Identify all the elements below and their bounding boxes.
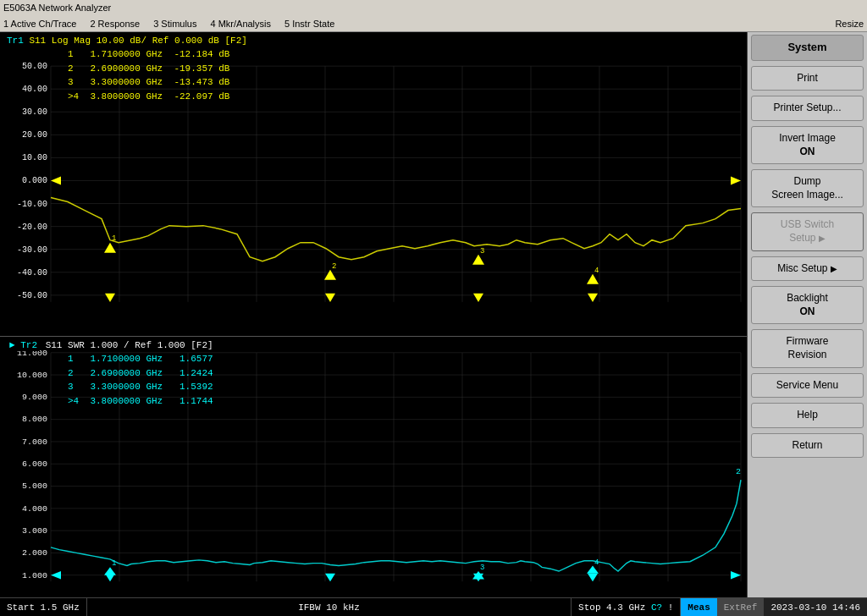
svg-text:7.000: 7.000 [22, 437, 47, 447]
btn-service-menu[interactable]: Service Menu [751, 373, 864, 399]
menu-stimulus[interactable]: 3 Stimulus [153, 19, 196, 29]
btn-misc-setup[interactable]: Misc Setup ▶ [751, 256, 864, 282]
chart-area: 50.00 40.00 30.00 20.00 10.00 0.000 -10.… [0, 32, 748, 597]
status-cq: C? [651, 602, 662, 613]
svg-text:3: 3 [480, 564, 484, 572]
btn-print[interactable]: Print [751, 66, 864, 91]
status-meas[interactable]: Meas [681, 598, 716, 616]
status-ifbw: IFBW 10 kHz [87, 598, 572, 616]
btn-printer-setup[interactable]: Printer Setup... [751, 96, 864, 121]
svg-text:2: 2 [332, 261, 336, 271]
menu-active-ch-trace[interactable]: 1 Active Ch/Trace [3, 19, 76, 29]
btn-firmware-revision[interactable]: FirmwareRevision [751, 329, 864, 367]
status-start: Start 1.5 GHz [0, 598, 87, 616]
chart-top: 50.00 40.00 30.00 20.00 10.00 0.000 -10.… [0, 32, 747, 337]
status-exclaim: ! [668, 602, 674, 613]
svg-text:50.00: 50.00 [22, 62, 47, 71]
svg-text:10.000: 10.000 [17, 371, 47, 380]
statusbar: Start 1.5 GHz IFBW 10 kHz Stop 4.3 GHz C… [0, 597, 867, 616]
svg-text:-20.00: -20.00 [17, 223, 47, 232]
menu-response[interactable]: 2 Response [90, 19, 140, 29]
svg-text:3: 3 [480, 246, 484, 256]
btn-dump-screen[interactable]: DumpScreen Image... [751, 169, 864, 207]
svg-text:4.000: 4.000 [22, 504, 47, 514]
svg-text:4: 4 [594, 558, 599, 567]
svg-text:40.00: 40.00 [22, 85, 47, 94]
btn-return[interactable]: Return [751, 433, 864, 459]
btn-usb-switch[interactable]: USB SwitchSetup ▶ [751, 212, 864, 250]
sidebar: System Print Printer Setup... Invert Ima… [748, 32, 867, 597]
svg-text:20.00: 20.00 [22, 130, 47, 140]
svg-text:-50.00: -50.00 [17, 291, 47, 300]
svg-text:2: 2 [736, 467, 741, 476]
chart-top-header: Tr1 S11 Log Mag 10.00 dB/ Ref 0.000 dB [… [3, 34, 251, 47]
chart-bottom-header: ► Tr2 S11 SWR 1.000 / Ref 1.000 [F2] [3, 338, 217, 352]
svg-text:2.000: 2.000 [22, 548, 47, 558]
title-text: E5063A Network Analyzer [3, 3, 111, 13]
marker-info-bottom: 1 1.7100000 GHz 1.6577 2 2.6900000 GHz 1… [68, 352, 213, 408]
svg-text:-40.00: -40.00 [17, 268, 47, 278]
svg-text:1.000: 1.000 [22, 571, 47, 580]
status-stop: Stop 4.3 GHz C? ! [572, 598, 681, 616]
menu-resize[interactable]: Resize [835, 19, 864, 29]
status-datetime: 2023-03-10 14:46 [764, 598, 867, 616]
svg-text:5.000: 5.000 [22, 482, 47, 492]
svg-text:0.000: 0.000 [22, 176, 47, 185]
btn-invert-image[interactable]: Invert ImageON [751, 126, 864, 164]
titlebar: E5063A Network Analyzer [0, 0, 867, 15]
svg-text:30.00: 30.00 [22, 107, 47, 117]
menu-instr-state[interactable]: 5 Instr State [284, 19, 334, 29]
svg-text:4: 4 [594, 266, 599, 275]
svg-text:-30.00: -30.00 [17, 245, 47, 255]
svg-text:1: 1 [112, 560, 116, 569]
system-label-header: System [751, 35, 864, 61]
chart-bottom: 11.000 10.000 9.000 8.000 7.000 6.000 5.… [0, 337, 747, 597]
main-layout: 50.00 40.00 30.00 20.00 10.00 0.000 -10.… [0, 32, 867, 597]
menu-mkr-analysis[interactable]: 4 Mkr/Analysis [210, 19, 271, 29]
btn-backlight[interactable]: BacklightON [751, 286, 864, 324]
svg-text:1: 1 [112, 234, 116, 243]
menubar: 1 Active Ch/Trace 2 Response 3 Stimulus … [0, 15, 867, 32]
marker-info-top: 1 1.7100000 GHz -12.184 dB 2 2.6900000 G… [68, 47, 229, 103]
svg-text:3.000: 3.000 [22, 526, 47, 536]
status-extref: ExtRef [717, 598, 765, 616]
svg-text:10.00: 10.00 [22, 153, 47, 162]
svg-text:6.000: 6.000 [22, 459, 47, 469]
svg-text:8.000: 8.000 [22, 415, 47, 425]
svg-text:9.000: 9.000 [22, 393, 47, 402]
btn-help[interactable]: Help [751, 403, 864, 428]
svg-text:-10.00: -10.00 [17, 200, 47, 209]
